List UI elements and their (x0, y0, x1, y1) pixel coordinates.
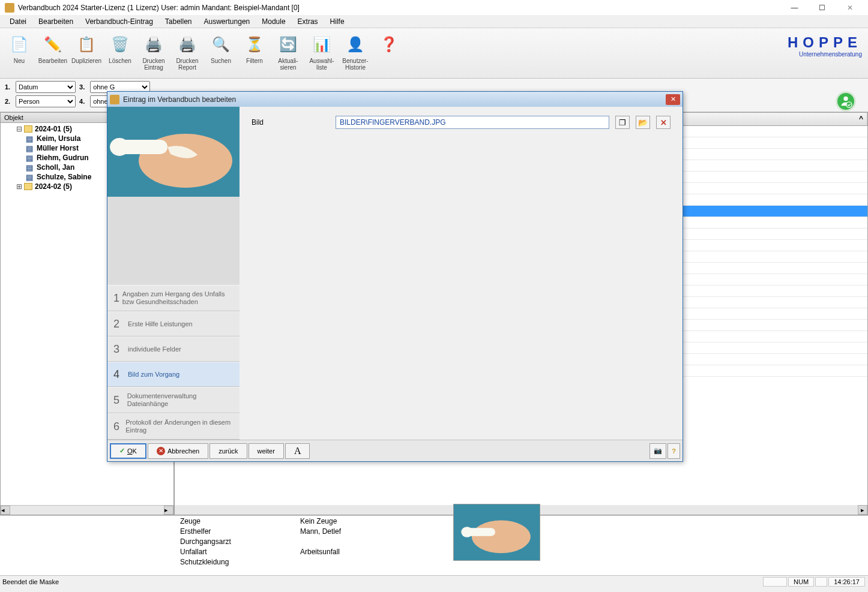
toolbar-auswahl--liste[interactable]: 📊Auswahl-liste (306, 31, 338, 75)
back-button[interactable]: zurück (209, 443, 247, 459)
menu-extras[interactable]: Extras (293, 16, 323, 27)
next-button[interactable]: weiter (249, 443, 284, 459)
window-titlebar: Verbandbuch 2024 Starter-Lizenz (1 Lizen… (0, 0, 868, 15)
svg-point-5 (461, 527, 473, 537)
toolbar-suchen[interactable]: 🔍Suchen (205, 31, 237, 75)
svg-point-1 (846, 102, 852, 107)
menu-bearbeiten[interactable]: Bearbeiten (34, 16, 78, 27)
detail-key: Ersthelfer (180, 527, 288, 537)
menubar: DateiBearbeitenVerbandbuch-EintragTabell… (0, 15, 868, 28)
toolbar-löschen[interactable]: 🗑️Löschen (104, 31, 136, 75)
detail-values: Kein ZeugeMann, DetlefArbeitsunfall (300, 517, 420, 574)
filter-1-label: 1. (5, 83, 14, 91)
dialog-nav-item-6[interactable]: 6Protokoll der Änderungen in diesem Eint… (107, 413, 240, 440)
dialog-nav-item-4[interactable]: 4Bild zum Vorgang (107, 362, 240, 387)
minimize-button[interactable]: — (781, 0, 808, 15)
svg-point-10 (110, 138, 129, 156)
status-num: NUM (788, 577, 814, 587)
dialog-title: Eintrag im Verbandbuch bearbeiten (123, 95, 666, 104)
svg-point-0 (843, 97, 848, 101)
menu-module[interactable]: Module (257, 16, 290, 27)
filter-2-label: 2. (5, 98, 14, 105)
dialog-titlebar[interactable]: Eintrag im Verbandbuch bearbeiten ✕ (107, 92, 683, 107)
toolbar-bearbeiten[interactable]: ✏️Bearbeiten (37, 31, 69, 75)
edit-entry-dialog: Eintrag im Verbandbuch bearbeiten ✕ 1Ang… (107, 91, 683, 462)
tree-hscroll[interactable]: ◂▸ (1, 505, 173, 515)
logo-text: HOPPE (788, 34, 862, 51)
image-path-input[interactable] (336, 116, 609, 129)
detail-value (300, 537, 420, 548)
dialog-icon (110, 95, 119, 104)
detail-panel: ZeugeErsthelferDurchgangsarztUnfallartSc… (0, 515, 868, 575)
toolbar-drucken-report[interactable]: 🖨️DruckenReport (171, 31, 203, 75)
detail-key: Zeuge (180, 517, 288, 527)
menu-tabellen[interactable]: Tabellen (160, 16, 197, 27)
dialog-button-bar: ✓OK ✕Abbrechen zurück weiter A 📷 ? (107, 440, 683, 461)
svg-rect-7 (107, 197, 240, 218)
dialog-nav-item-3[interactable]: 3individuelle Felder (107, 336, 240, 362)
statusbar: Beendet die Maske NUM 14:26:17 (0, 575, 868, 587)
dialog-preview-image (107, 107, 240, 218)
dialog-nav: 1Angaben zum Hergang des Unfalls bzw Ges… (107, 285, 240, 440)
menu-verbandbuch-eintrag[interactable]: Verbandbuch-Eintrag (80, 16, 158, 27)
user-action-button[interactable] (836, 91, 856, 112)
toolbar: 📄Neu✏️Bearbeiten📋Duplizieren🗑️Löschen🖨️D… (0, 28, 868, 79)
app-icon (5, 3, 14, 13)
window-title: Verbandbuch 2024 Starter-Lizenz (1 Lizen… (18, 4, 781, 12)
dialog-content: Bild ❐ 📂 ✕ (240, 107, 683, 440)
dialog-nav-item-1[interactable]: 1Angaben zum Hergang des Unfalls bzw Ges… (107, 285, 240, 311)
field-label-bild: Bild (252, 118, 330, 127)
detail-thumbnail (453, 504, 540, 561)
close-button[interactable]: ✕ (836, 0, 863, 15)
ok-button[interactable]: ✓OK (110, 443, 146, 459)
filter-2-select[interactable]: Person (16, 95, 76, 107)
status-text: Beendet die Maske (2, 578, 762, 585)
filter-1-select[interactable]: Datum (16, 81, 76, 93)
toolbar-aktuali--sieren[interactable]: 🔄Aktuali-sieren (272, 31, 304, 75)
menu-datei[interactable]: Datei (5, 16, 31, 27)
status-time: 14:26:17 (828, 577, 865, 587)
svg-point-3 (472, 520, 531, 553)
maximize-button[interactable]: ☐ (809, 0, 836, 15)
detail-value: Mann, Detlef (300, 527, 420, 537)
cancel-button[interactable]: ✕Abbrechen (148, 443, 208, 459)
menu-auswertungen[interactable]: Auswertungen (199, 16, 255, 27)
filter-3-label: 3. (79, 83, 88, 91)
detail-key: Unfallart (180, 548, 288, 558)
status-empty (763, 577, 787, 587)
logo-subtitle: Unternehmensberatung (788, 51, 862, 58)
status-empty2 (815, 577, 827, 587)
dialog-sidebar: 1Angaben zum Hergang des Unfalls bzw Ges… (107, 107, 240, 440)
filter-4-label: 4. (79, 98, 88, 105)
detail-keys: ZeugeErsthelferDurchgangsarztUnfallartSc… (180, 517, 288, 574)
toolbar-benutzer--historie[interactable]: 👤Benutzer-Historie (339, 31, 372, 75)
dialog-nav-item-2[interactable]: 2Erste Hilfe Leistungen (107, 311, 240, 336)
toolbar-drucken-eintrag[interactable]: 🖨️DruckenEintrag (137, 31, 170, 75)
toolbar-neu[interactable]: 📄Neu (3, 31, 35, 75)
delete-icon[interactable]: ✕ (656, 116, 671, 129)
detail-value: Kein Zeuge (300, 517, 420, 527)
detail-value (300, 558, 420, 568)
dialog-nav-item-5[interactable]: 5Dokumentenverwaltung Dateianhänge (107, 387, 240, 413)
toolbar-duplizieren[interactable]: 📋Duplizieren (70, 31, 103, 75)
logo: HOPPE Unternehmensberatung (788, 34, 862, 58)
detail-key: Durchgangsarzt (180, 537, 288, 548)
toolbar-filtern[interactable]: ⏳Filtern (238, 31, 271, 75)
menu-hilfe[interactable]: Hilfe (325, 16, 349, 27)
dialog-close-button[interactable]: ✕ (666, 94, 680, 105)
copy-icon[interactable]: ❐ (615, 116, 630, 129)
toolbar-help[interactable]: ❓ (373, 31, 405, 75)
detail-value: Arbeitsunfall (300, 548, 420, 558)
help-icon-button[interactable]: ? (668, 443, 680, 459)
font-button[interactable]: A (285, 443, 310, 459)
camera-icon-button[interactable]: 📷 (649, 443, 666, 459)
open-folder-icon[interactable]: 📂 (636, 116, 650, 129)
detail-key: Schutzkleidung (180, 558, 288, 568)
